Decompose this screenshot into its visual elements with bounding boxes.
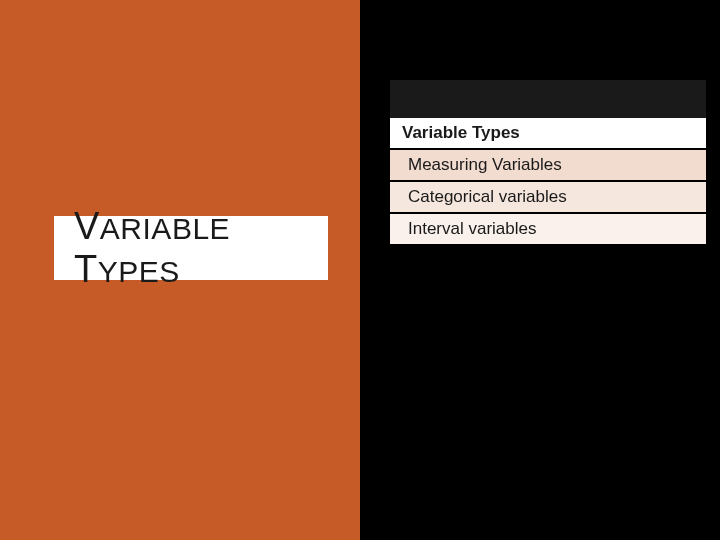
list-item: Measuring Variables xyxy=(390,150,706,180)
slide-title-card: VARIABLE TYPES xyxy=(54,216,328,280)
list-item: Interval variables xyxy=(390,214,706,244)
slide-title: VARIABLE TYPES xyxy=(74,205,328,291)
right-panel: Variable Types Measuring Variables Categ… xyxy=(360,0,720,540)
table-heading: Variable Types xyxy=(390,118,706,148)
list-item: Categorical variables xyxy=(390,182,706,212)
table-header-bar xyxy=(390,80,706,118)
content-table: Variable Types Measuring Variables Categ… xyxy=(390,80,706,244)
left-panel: VARIABLE TYPES xyxy=(0,0,360,540)
